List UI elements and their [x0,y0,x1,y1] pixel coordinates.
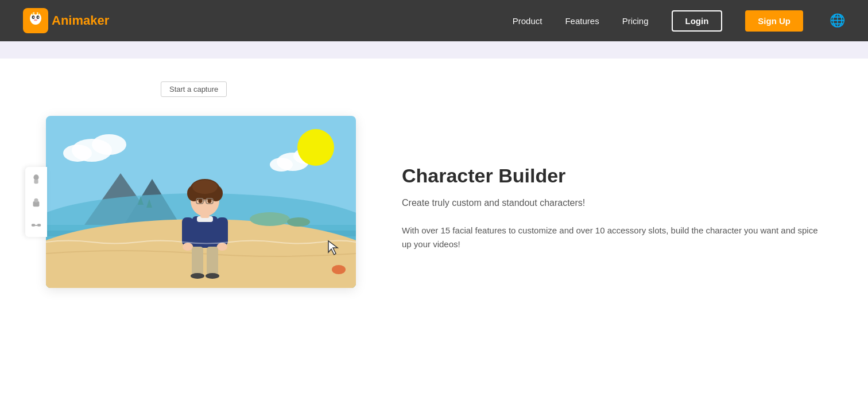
svg-point-7 [34,12,37,15]
hair-icon[interactable] [30,173,42,185]
svg-point-57 [332,265,346,274]
brand-logo-icon [23,8,48,33]
content-wrapper: Character Builder Create truly custom an… [0,81,868,288]
svg-point-9 [38,13,40,15]
svg-point-45 [206,273,219,279]
capture-button[interactable]: Start a capture [161,81,227,97]
svg-point-53 [208,198,212,203]
globe-icon[interactable]: 🌐 [830,13,845,28]
nav-product[interactable]: Product [513,16,542,26]
nav-links: Product Features Pricing Login Sign Up 🌐 [513,10,845,32]
svg-point-35 [287,217,310,227]
accessories-icon[interactable] [30,219,42,231]
character-info: Character Builder Create truly custom an… [402,153,822,251]
svg-rect-16 [35,225,37,226]
svg-point-20 [63,145,92,162]
beach-scene [46,116,356,288]
feature-subtitle: Create truly custom and standout charact… [402,196,822,210]
svg-rect-39 [216,217,228,246]
svg-point-8 [32,13,34,15]
svg-point-24 [297,129,334,166]
feature-description: With over 15 facial features to customiz… [402,224,822,251]
svg-point-23 [270,158,293,172]
brand-name-text: Animaker [52,13,109,28]
svg-point-41 [217,243,227,251]
svg-point-51 [192,180,218,194]
main-content: Start a capture [0,59,868,403]
login-button[interactable]: Login [672,10,723,32]
navbar: Animaker Product Features Pricing Login … [0,0,868,41]
feature-title: Character Builder [402,165,822,187]
svg-point-10 [33,174,38,180]
svg-rect-14 [32,224,35,227]
svg-point-52 [199,198,203,203]
side-toolbar [25,167,47,237]
illustration-container [46,116,356,288]
svg-point-40 [183,243,193,251]
svg-point-19 [92,134,126,155]
svg-point-4 [33,17,34,18]
svg-point-44 [191,273,204,279]
svg-point-5 [38,17,39,18]
hero-banner [0,41,868,59]
svg-point-13 [34,198,38,202]
svg-point-6 [34,20,37,21]
nav-features[interactable]: Features [565,16,599,26]
svg-rect-43 [207,247,218,275]
nav-pricing[interactable]: Pricing [622,16,649,26]
svg-rect-42 [192,247,203,275]
body-icon[interactable] [30,196,42,208]
brand-logo[interactable]: Animaker [23,8,109,33]
signup-button[interactable]: Sign Up [745,10,803,32]
svg-rect-15 [37,224,41,227]
svg-rect-11 [34,180,38,184]
svg-point-34 [250,212,290,226]
